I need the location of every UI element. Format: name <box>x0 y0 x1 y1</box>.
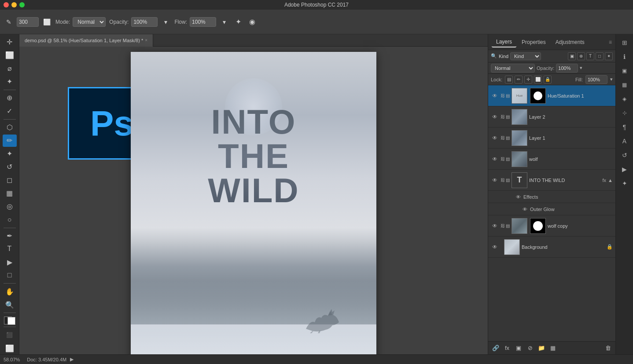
background-color[interactable] <box>7 317 15 325</box>
screen-mode-btn[interactable]: ⬜ <box>3 342 17 354</box>
filter-kind-select[interactable]: Kind <box>510 52 541 60</box>
layer-effect-outer-glow[interactable]: 👁 Outer Glow <box>488 203 615 215</box>
blur-tool[interactable]: ◎ <box>3 200 17 213</box>
color-picker[interactable] <box>4 317 15 325</box>
blend-mode-select[interactable]: Normal Multiply Screen <box>491 64 535 73</box>
pen-tool[interactable]: ✒ <box>3 229 17 242</box>
layer-row-layer2[interactable]: 👁 ⛓ ▤ Layer 2 <box>488 106 615 127</box>
brush-size-input[interactable] <box>17 17 39 27</box>
minimize-button[interactable] <box>11 2 17 7</box>
tab-adjustments[interactable]: Adjustments <box>551 37 589 47</box>
tab-close-btn[interactable]: × <box>145 38 147 43</box>
layer-thumb-layer2 <box>512 109 527 125</box>
flow-input[interactable] <box>190 17 216 27</box>
navigator-btn[interactable]: ⊞ <box>618 36 631 49</box>
tab-properties[interactable]: Properties <box>517 37 550 47</box>
layer-expand-icon[interactable]: ▲ <box>608 178 613 183</box>
path-selection-tool[interactable]: ▶ <box>3 256 17 268</box>
lock-artboard-btn[interactable]: ⬜ <box>534 76 542 84</box>
quick-mask-tool[interactable]: ⬛ <box>3 329 17 341</box>
zoom-tool[interactable]: 🔍 <box>3 298 17 311</box>
layer-visibility-wolf-copy[interactable]: 👁 <box>491 222 499 230</box>
mode-select[interactable]: Normal Multiply Screen <box>73 17 106 27</box>
layer-row-wolf-copy[interactable]: 👁 ⛓ ▤ wolf copy <box>488 215 615 237</box>
healing-brush-tool[interactable]: ⬡ <box>3 121 17 134</box>
hand-tool[interactable]: ✋ <box>3 285 17 298</box>
swatches-btn[interactable]: ▦ <box>618 78 631 91</box>
layer-link-icon: ⛓ <box>501 93 505 98</box>
layer-visibility-layer2[interactable]: 👁 <box>491 113 499 121</box>
effect-vis-outer-glow[interactable]: 👁 <box>521 206 528 213</box>
airbrush-btn[interactable]: ✦ <box>233 17 243 27</box>
layer-visibility-hue-saturation[interactable]: 👁 <box>491 92 499 100</box>
doc-info-arrow[interactable]: ▶ <box>70 357 74 362</box>
fill-value-input[interactable] <box>585 75 607 84</box>
brush-tool[interactable]: ✏ <box>3 135 17 147</box>
close-button[interactable] <box>4 2 9 7</box>
layer-row-layer1[interactable]: 👁 ⛓ ▤ Layer 1 <box>488 127 615 149</box>
eraser-tool[interactable]: ◻ <box>3 174 17 186</box>
add-adjustment-btn[interactable]: ⊘ <box>525 343 535 353</box>
rectangle-select-tool[interactable]: ⬜ <box>3 49 17 62</box>
maximize-button[interactable] <box>19 2 25 7</box>
glyph-btn[interactable]: ✦ <box>618 177 631 190</box>
layer-effect-effects[interactable]: 👁 Effects <box>488 191 615 203</box>
layer-name-layer2: Layer 2 <box>529 114 613 120</box>
opacity-value-input[interactable] <box>556 64 578 73</box>
opacity-options-btn[interactable]: ▾ <box>160 17 171 27</box>
history-btn[interactable]: ↺ <box>618 149 631 162</box>
patterns-btn[interactable]: ⊹ <box>618 106 631 120</box>
layer-visibility-text[interactable]: 👁 <box>491 176 499 184</box>
layer-row-background[interactable]: 👁 Background 🔒 <box>488 237 615 258</box>
brush-pressure-btn[interactable]: ◉ <box>247 17 258 27</box>
filter-smart-btn[interactable]: ✦ <box>605 52 613 60</box>
magic-wand-tool[interactable]: ✦ <box>3 76 17 88</box>
panel-menu-icon[interactable]: ≡ <box>609 39 612 45</box>
layer-visibility-layer1[interactable]: 👁 <box>491 134 499 142</box>
layer-visibility-background[interactable]: 👁 <box>491 243 499 251</box>
layer-row-text[interactable]: 👁 ⛓ ▤ T INTO THE WILD fx ▲ <box>488 170 615 191</box>
filter-pixel-btn[interactable]: ▣ <box>568 52 576 60</box>
shape-tool[interactable]: □ <box>3 269 17 281</box>
brush-picker-btn[interactable]: ⬜ <box>41 17 52 27</box>
add-mask-btn[interactable]: ▣ <box>514 343 523 353</box>
move-tool[interactable]: ✛ <box>3 36 17 48</box>
layer-visibility-wolf[interactable]: 👁 <box>491 155 499 163</box>
lock-position-btn[interactable]: ✛ <box>524 76 532 84</box>
eyedropper-tool[interactable]: ✓ <box>3 105 17 117</box>
flow-options-btn[interactable]: ▾ <box>219 17 229 27</box>
add-layer-btn[interactable]: ▦ <box>548 343 558 353</box>
character-btn[interactable]: A <box>618 135 631 148</box>
layer-row-hue-saturation[interactable]: 👁 ⛓ ▤ Hue Hue/Saturation 1 <box>488 85 615 106</box>
add-group-btn[interactable]: 📁 <box>537 343 546 353</box>
tab-layers[interactable]: Layers <box>492 37 516 47</box>
brush-tool-btn[interactable]: ✎ <box>4 17 14 27</box>
dodge-tool[interactable]: ○ <box>3 214 17 226</box>
filter-adjust-btn[interactable]: ⊕ <box>577 52 585 60</box>
info-btn[interactable]: ℹ <box>618 50 631 63</box>
lock-all-btn[interactable]: 🔒 <box>544 76 552 84</box>
link-layers-btn[interactable]: 🔗 <box>491 343 501 353</box>
opacity-input[interactable] <box>131 17 158 27</box>
lock-transparent-btn[interactable]: ▤ <box>505 76 513 84</box>
gradients-btn[interactable]: ◈ <box>618 92 631 106</box>
type-tool[interactable]: T <box>3 243 17 255</box>
history-brush-tool[interactable]: ↺ <box>3 161 17 173</box>
paragraph-btn[interactable]: ¶ <box>618 120 631 134</box>
effect-vis-effects[interactable]: 👁 <box>515 193 522 200</box>
delete-layer-btn[interactable]: 🗑 <box>603 343 613 353</box>
layer-mask-text: ▤ <box>506 178 510 182</box>
document-tab[interactable]: demo.psd @ 58.1% (Hue/Saturation 1, Laye… <box>19 34 153 47</box>
actions-btn[interactable]: ▶ <box>618 163 631 176</box>
layers-bottom-toolbar: 🔗 fx ▣ ⊘ 📁 ▦ 🗑 <box>488 341 615 354</box>
color-btn[interactable]: ▣ <box>618 64 631 77</box>
layer-row-wolf[interactable]: 👁 ⛓ ▤ wolf <box>488 149 615 170</box>
add-fx-btn[interactable]: fx <box>502 343 512 353</box>
lock-pixels-btn[interactable]: ✏ <box>515 76 523 84</box>
filter-text-btn[interactable]: T <box>586 52 594 60</box>
gradient-tool[interactable]: ▦ <box>3 187 17 200</box>
clone-stamp-tool[interactable]: ✦ <box>3 148 17 160</box>
filter-shape-btn[interactable]: □ <box>596 52 604 60</box>
crop-tool[interactable]: ⊕ <box>3 92 17 104</box>
lasso-tool[interactable]: ⌀ <box>3 62 17 75</box>
